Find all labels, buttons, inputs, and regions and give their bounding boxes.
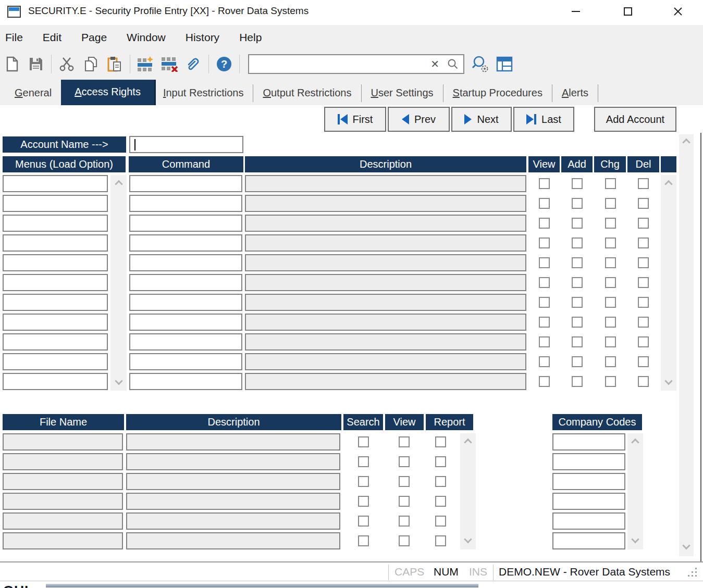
first-button[interactable]: First [324, 107, 386, 132]
menu-input[interactable] [3, 373, 108, 390]
scroll-down-icon[interactable] [631, 535, 639, 544]
view-checkbox[interactable] [399, 516, 410, 527]
menu-input[interactable] [3, 353, 108, 370]
search-icon[interactable] [445, 58, 463, 70]
menu-input[interactable] [3, 254, 108, 271]
scroll-down-icon[interactable] [115, 377, 123, 385]
tab-input-restrictions[interactable]: Input Restrictions [156, 82, 251, 105]
company-code-input[interactable] [552, 433, 625, 451]
new-document-button[interactable] [0, 54, 24, 74]
del-checkbox[interactable] [638, 317, 649, 328]
view-checkbox[interactable] [539, 277, 550, 288]
del-checkbox[interactable] [638, 277, 649, 288]
company-code-input[interactable] [552, 493, 625, 510]
menu-input[interactable] [3, 234, 108, 252]
command-input[interactable] [129, 294, 242, 311]
view-checkbox[interactable] [399, 535, 410, 546]
del-checkbox[interactable] [638, 237, 649, 248]
resize-grip-icon[interactable] [688, 575, 689, 577]
del-checkbox[interactable] [638, 198, 649, 209]
chg-checkbox[interactable] [605, 356, 616, 367]
report-checkbox[interactable] [435, 496, 446, 507]
next-button[interactable]: Next [451, 107, 512, 132]
chg-checkbox[interactable] [605, 198, 616, 209]
find-account-button[interactable] [468, 54, 492, 74]
add-checkbox[interactable] [572, 198, 583, 209]
search-checkbox[interactable] [358, 476, 369, 487]
view-checkbox[interactable] [539, 356, 550, 367]
add-checkbox[interactable] [572, 218, 583, 229]
menu-item[interactable]: History [180, 31, 225, 44]
report-checkbox[interactable] [435, 535, 446, 546]
view-checkbox[interactable] [539, 237, 550, 248]
report-checkbox[interactable] [435, 456, 446, 467]
del-checkbox[interactable] [638, 218, 649, 229]
tab-user-settings[interactable]: User Settings [364, 82, 441, 105]
view-checkbox[interactable] [539, 218, 550, 229]
del-checkbox[interactable] [638, 178, 649, 189]
view-checkbox[interactable] [539, 317, 550, 328]
paste-button[interactable] [103, 54, 127, 74]
command-input[interactable] [129, 314, 242, 331]
add-checkbox[interactable] [572, 257, 583, 268]
search-checkbox[interactable] [358, 535, 369, 546]
company-code-input[interactable] [552, 453, 625, 470]
close-button[interactable] [661, 0, 695, 23]
add-account-button[interactable]: Add Account [594, 107, 676, 132]
search-checkbox[interactable] [358, 516, 369, 527]
scroll-down-icon[interactable] [682, 542, 690, 550]
view-checkbox[interactable] [399, 496, 410, 507]
del-checkbox[interactable] [638, 297, 649, 308]
del-checkbox[interactable] [638, 376, 649, 387]
view-checkbox[interactable] [399, 436, 410, 447]
command-input[interactable] [129, 195, 242, 212]
add-checkbox[interactable] [572, 336, 583, 347]
chg-checkbox[interactable] [605, 277, 616, 288]
command-input[interactable] [129, 175, 242, 192]
scroll-up-icon[interactable] [631, 439, 639, 447]
menu-input[interactable] [3, 294, 108, 311]
menu-input[interactable] [3, 195, 108, 212]
command-input[interactable] [129, 274, 242, 291]
menu-input[interactable] [3, 215, 108, 232]
del-checkbox[interactable] [638, 356, 649, 367]
menu-item[interactable]: Window [121, 31, 171, 44]
menu-input[interactable] [3, 314, 108, 331]
maximize-button[interactable] [611, 0, 645, 23]
search-input[interactable] [249, 55, 425, 73]
chg-checkbox[interactable] [605, 257, 616, 268]
scroll-down-icon[interactable] [464, 535, 472, 544]
search-checkbox[interactable] [358, 456, 369, 467]
insert-row-button[interactable] [133, 54, 157, 74]
menu-item[interactable]: Edit [38, 31, 67, 44]
chg-checkbox[interactable] [605, 218, 616, 229]
account-name-input[interactable] [129, 136, 243, 153]
menu-item[interactable]: Help [234, 31, 267, 44]
tab-output-restrictions[interactable]: Output Restrictions [255, 82, 359, 105]
del-checkbox[interactable] [638, 336, 649, 347]
command-input[interactable] [129, 234, 242, 252]
scroll-up-icon[interactable] [464, 439, 472, 447]
chg-checkbox[interactable] [605, 297, 616, 308]
menus-scrollbar[interactable] [110, 175, 127, 391]
company-code-input[interactable] [552, 473, 625, 490]
company-code-input[interactable] [552, 532, 625, 549]
command-input[interactable] [129, 333, 242, 351]
menu-item[interactable]: Page [76, 31, 112, 44]
view-checkbox[interactable] [399, 456, 410, 467]
add-checkbox[interactable] [572, 376, 583, 387]
rights-scrollbar[interactable] [661, 175, 676, 391]
scroll-up-icon[interactable] [115, 180, 123, 189]
files-scrollbar[interactable] [460, 433, 476, 549]
search-checkbox[interactable] [358, 436, 369, 447]
chg-checkbox[interactable] [605, 317, 616, 328]
command-input[interactable] [129, 353, 242, 370]
save-button[interactable] [24, 54, 48, 74]
add-checkbox[interactable] [572, 317, 583, 328]
cut-button[interactable] [55, 54, 79, 74]
chg-checkbox[interactable] [605, 178, 616, 189]
company-code-input[interactable] [552, 512, 625, 530]
command-input[interactable] [129, 254, 242, 271]
command-input[interactable] [129, 215, 242, 232]
chg-checkbox[interactable] [605, 376, 616, 387]
